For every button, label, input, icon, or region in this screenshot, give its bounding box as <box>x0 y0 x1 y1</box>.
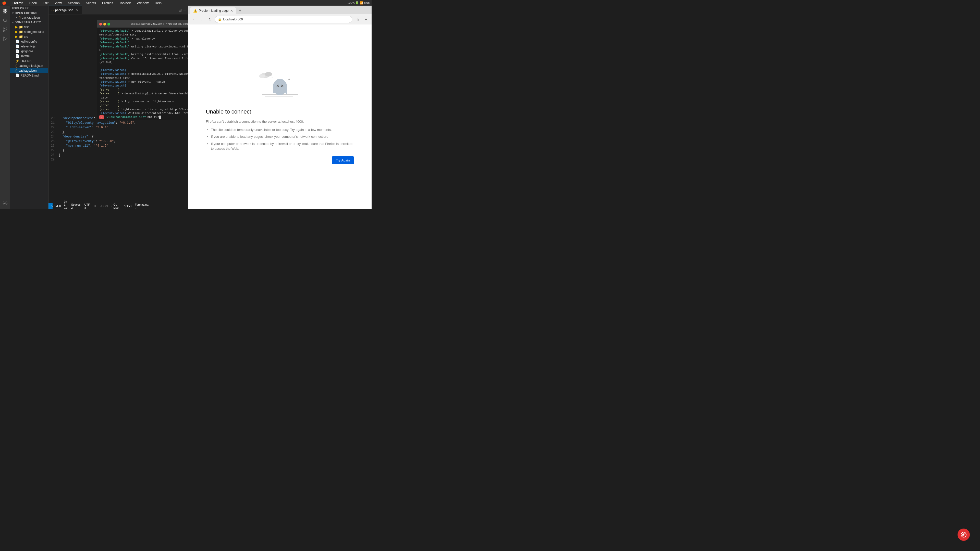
activity-bar <box>0 6 10 209</box>
browser-tab-error[interactable]: ⚠️ Problem loading page ✕ <box>190 7 236 14</box>
error-description: Firefox can't establish a connection to … <box>206 119 354 124</box>
settings-icon[interactable] <box>2 200 9 207</box>
menu-toolbelt[interactable]: Toolbelt <box>118 0 132 5</box>
status-position[interactable]: Ln 9, Col 35 <box>64 200 68 209</box>
tree-gitignore[interactable]: 📄 .gitignore <box>10 49 48 54</box>
bookmark-icon[interactable]: ☆ <box>354 16 361 23</box>
svg-point-11 <box>5 203 6 204</box>
tab-close-button[interactable]: ✕ <box>76 8 79 12</box>
ln-25: 25 <box>51 139 55 144</box>
project-tree-section: ▾ DOMESTIKA-11TY ▶ 📁 dist ▶ 📁 node_modul… <box>10 20 48 78</box>
code-editor[interactable]: 20 21 22 23 24 25 26 27 28 29 "devDepend… <box>48 114 188 209</box>
url-bar[interactable]: 🔒 localhost:4000 <box>215 16 352 23</box>
ln-27: 27 <box>51 148 55 153</box>
code-line-21: "@11ty/eleventy-navigation": "^0.1.5", <box>59 121 184 125</box>
open-editors-header[interactable]: ▾ OPEN EDITORS <box>10 11 48 15</box>
close-dirty-icon[interactable]: ✕ <box>15 16 18 19</box>
traffic-light-minimize[interactable] <box>103 23 106 25</box>
tree-dist[interactable]: ▶ 📁 dist <box>10 24 48 29</box>
menu-shell[interactable]: Shell <box>28 0 38 5</box>
status-prettier[interactable]: Prettier <box>123 205 132 208</box>
tree-node-modules-label: node_modules <box>24 30 44 34</box>
prompt-command[interactable]: npm run <box>147 116 161 119</box>
svg-point-6 <box>3 28 5 29</box>
status-language[interactable]: JSON <box>100 205 107 208</box>
terminal-body[interactable]: [eleventy:default] > domestika11ty@1.0.0… <box>97 27 188 114</box>
menu-window[interactable]: Window <box>136 0 150 5</box>
tree-node-modules[interactable]: ▶ 📁 node_modules <box>10 29 48 34</box>
status-bar: ⚠ 0 ⊗ 0 Ln 9, Col 35 Spaces: 2 UTF-8 LF … <box>48 203 52 209</box>
status-spaces[interactable]: Spaces: 2 <box>71 203 81 209</box>
firefox-mascot-svg: ✦ ✧ <box>257 69 303 102</box>
file-icon-eleventy-js: 📄 <box>15 44 19 48</box>
terminal-prompt: ✕ ~/Desktop/domestika-11ty npm run <box>97 114 188 120</box>
browser-panel: ⚠️ Problem loading page ✕ + ‹ › ↻ 🔒 loca… <box>188 6 372 209</box>
menu-session[interactable]: Session <box>67 0 81 5</box>
source-control-icon[interactable] <box>2 26 9 33</box>
explorer-icon[interactable] <box>2 8 9 15</box>
apple-menu[interactable]: 🍎 <box>2 1 6 5</box>
status-go-live[interactable]: Go Live <box>111 203 120 209</box>
tree-eleventy-js[interactable]: 📄 .eleventy.js <box>10 44 48 49</box>
tree-package-json[interactable]: {} package.json <box>10 68 48 73</box>
terminal-line-3: [eleventy:default] <box>99 41 188 44</box>
browser-tab-title: Problem loading page <box>199 9 229 13</box>
try-again-button[interactable]: Try Again <box>332 156 354 164</box>
code-line-26: "npm-run-all": "^4.1.5" <box>59 144 184 148</box>
status-errors[interactable]: ⚠ 0 ⊗ 0 <box>51 205 61 208</box>
menu-view[interactable]: View <box>54 0 63 5</box>
tree-package-lock[interactable]: {} package-lock.json <box>10 63 48 68</box>
browser-menu-icon[interactable]: ≡ <box>363 16 369 23</box>
status-line-ending[interactable]: LF <box>94 205 97 208</box>
explorer-title-text: EXPLORER <box>12 6 29 10</box>
open-file-package-json[interactable]: ✕ {} package.json <box>10 15 48 20</box>
go-live-text: Go Live <box>113 203 119 209</box>
project-header[interactable]: ▾ DOMESTIKA-11TY <box>10 20 48 24</box>
traffic-light-maximize[interactable] <box>107 23 110 25</box>
menu-help[interactable]: Help <box>154 0 162 5</box>
menu-edit[interactable]: Edit <box>42 0 49 5</box>
tree-nvmrc[interactable]: 📄 .nvmrc <box>10 54 48 59</box>
tree-eleventy-js-label: .eleventy.js <box>21 44 35 48</box>
split-editor-icon[interactable]: ⊞ <box>178 8 182 13</box>
debug-icon[interactable] <box>2 35 9 42</box>
ln-26: 26 <box>51 144 55 148</box>
editor-area: {} package.json ✕ ⊞ ··· usobiaga@Mac.Jav… <box>48 6 188 209</box>
tree-license[interactable]: ⚡ LICENSE <box>10 59 48 63</box>
new-tab-button[interactable]: + <box>237 7 244 14</box>
code-line-23: }, <box>59 130 184 135</box>
browser-tab-close[interactable]: ✕ <box>230 9 233 13</box>
firefox-error-page: ✦ ✧ Unable to connect Firefox can't esta… <box>188 24 372 209</box>
search-icon[interactable] <box>2 17 9 24</box>
open-editors-chevron: ▾ <box>12 12 14 14</box>
status-encoding[interactable]: UTF-8 <box>84 203 91 209</box>
tree-gitignore-label: .gitignore <box>21 49 33 53</box>
tab-package-json[interactable]: {} package.json ✕ <box>48 6 82 14</box>
tree-readme[interactable]: 📄 README.md <box>10 73 48 78</box>
error-bullet-1: The site could be temporarily unavailabl… <box>211 127 354 132</box>
file-icon-license: ⚡ <box>15 59 19 63</box>
terminal-line-7 <box>99 65 188 68</box>
svg-rect-0 <box>3 10 5 11</box>
traffic-light-close[interactable] <box>99 23 102 25</box>
tree-editorconfig[interactable]: 📄 .editorconfig <box>10 39 48 44</box>
terminal-line-13: [serve ] > domestika11ty@1.0.0 serve /Us… <box>99 92 188 100</box>
tab-label: package.json <box>55 8 73 12</box>
tree-dist-label: dist <box>24 25 29 29</box>
menu-scripts[interactable]: Scripts <box>85 0 97 5</box>
back-button[interactable]: ‹ <box>190 16 197 23</box>
tree-src[interactable]: ▶ 📁 src <box>10 34 48 39</box>
svg-text:✦: ✦ <box>288 77 291 81</box>
menu-bar-right: 100% 🔋 📶 8:08 <box>347 1 369 5</box>
menu-profiles[interactable]: Profiles <box>101 0 114 5</box>
more-actions-icon[interactable]: ··· <box>183 8 186 12</box>
forward-button[interactable]: › <box>198 16 205 23</box>
reload-button[interactable]: ↻ <box>207 16 213 23</box>
menu-iterm2[interactable]: iTerm2 <box>11 0 24 5</box>
open-file-label: package.json <box>22 16 40 19</box>
svg-point-8 <box>3 30 5 32</box>
file-icon-readme: 📄 <box>15 73 19 77</box>
status-formatting[interactable]: Formatting: ✓ <box>135 203 149 209</box>
ln-21: 21 <box>51 121 55 125</box>
file-icon-nvmrc: 📄 <box>15 54 19 58</box>
